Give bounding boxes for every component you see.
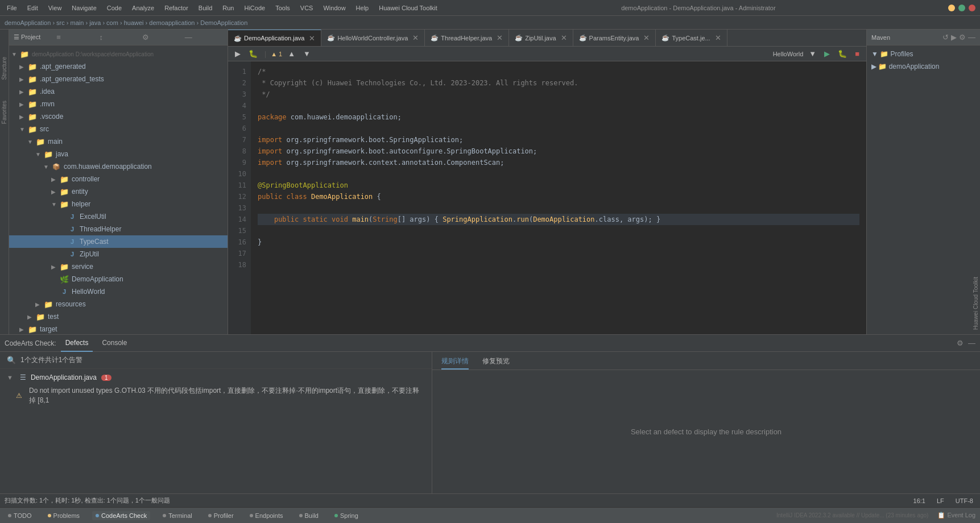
code-line-11[interactable]: @SpringBootApplication	[258, 180, 859, 191]
tab-close-ParamsEntity[interactable]: ✕	[643, 34, 650, 42]
taskbar-codearts[interactable]: CodeArts Check	[92, 511, 150, 520]
menu-item-hicode[interactable]: HiCode	[242, 3, 267, 13]
code-line-1[interactable]: /*	[258, 66, 859, 77]
code-content[interactable]: /* * Copyright (c) Huawei Technologies C…	[251, 61, 866, 334]
menu-item-refactor[interactable]: Refactor	[162, 3, 191, 13]
tab-HelloWorldController[interactable]: ☕HelloWorldController.java✕	[321, 30, 425, 47]
code-line-13[interactable]	[258, 202, 859, 214]
tab-DemoApplication[interactable]: ☕DemoApplication.java✕	[228, 30, 321, 47]
menu-item-huaweicloudtoolkit[interactable]: Huawei Cloud Toolkit	[377, 3, 440, 13]
menu-item-code[interactable]: Code	[105, 3, 124, 13]
tab-ThreadHelper[interactable]: ☕ThreadHelper.java✕	[425, 30, 509, 47]
code-line-18[interactable]	[258, 259, 859, 271]
code-line-15[interactable]	[258, 225, 859, 236]
favorites-label[interactable]: Favorites	[0, 96, 9, 128]
tab-console[interactable]: Console	[97, 335, 131, 352]
panel-collapse-btn[interactable]: ↕	[99, 33, 137, 41]
menu-item-file[interactable]: File	[5, 3, 19, 13]
tree-item-java[interactable]: ▼📁java	[9, 148, 228, 160]
huawei-cloud-label[interactable]: Huawei Cloud Toolkit	[971, 272, 980, 334]
menu-item-build[interactable]: Build	[196, 3, 214, 13]
toolbar-nav-up[interactable]: ▲	[286, 48, 297, 59]
tab-defects[interactable]: Defects	[61, 335, 93, 352]
panel-sync-btn[interactable]: ≡	[56, 33, 94, 41]
code-line-5[interactable]: package com.huawei.demoapplication;	[258, 111, 859, 123]
intellij-update-notice[interactable]: IntelliJ IDEA 2022.3.2 available // Upda…	[776, 512, 928, 518]
code-line-2[interactable]: * Copyright (c) Huawei Technologies Co.,…	[258, 77, 859, 89]
taskbar-profiler[interactable]: Profiler	[205, 511, 237, 520]
code-line-14[interactable]: public static void main(String[] args) {…	[258, 214, 859, 225]
line-ending-indicator[interactable]: LF	[934, 496, 946, 505]
tree-item-test[interactable]: ▶📁test	[9, 310, 228, 323]
toolbar-debug-btn[interactable]: 🐛	[246, 48, 260, 59]
tree-item-mvn[interactable]: ▶📁.mvn	[9, 98, 228, 110]
detail-tab-preview[interactable]: 修复预览	[482, 354, 510, 370]
menu-item-run[interactable]: Run	[220, 3, 236, 13]
tab-ZipUtil[interactable]: ☕ZipUtil.java✕	[509, 30, 573, 47]
maven-item-demoApplication[interactable]: ▶ 📁 demoApplication	[867, 60, 980, 73]
tree-item-ThreadHelper[interactable]: JThreadHelper	[9, 223, 228, 235]
taskbar-endpoints[interactable]: Endpoints	[246, 511, 287, 520]
tab-close-ZipUtil[interactable]: ✕	[561, 34, 567, 42]
maximize-btn[interactable]	[958, 5, 965, 11]
tree-item-HelloWorld[interactable]: JHelloWorld	[9, 285, 228, 298]
taskbar-build[interactable]: Build	[296, 511, 322, 520]
maven-hide-btn[interactable]: —	[968, 33, 975, 41]
tab-close-DemoApplication[interactable]: ✕	[309, 34, 315, 43]
code-line-7[interactable]: import org.springframework.boot.SpringAp…	[258, 134, 859, 146]
code-line-10[interactable]	[258, 168, 859, 180]
bottom-settings-btn[interactable]: ⚙	[957, 339, 964, 347]
event-log-btn[interactable]: 📋 Event Log	[937, 512, 975, 519]
run-btn[interactable]: ▶	[822, 48, 832, 59]
menu-item-navigate[interactable]: Navigate	[69, 3, 98, 13]
menu-item-vcs[interactable]: VCS	[298, 3, 316, 13]
tree-item-src[interactable]: ▼📁src	[9, 123, 228, 135]
code-line-9[interactable]: import org.springframework.context.annot…	[258, 157, 859, 168]
menu-item-tools[interactable]: Tools	[273, 3, 292, 13]
menu-bar[interactable]: FileEditViewNavigateCodeAnalyzeRefactorB…	[5, 3, 440, 13]
tree-item-controller[interactable]: ▶📁controller	[9, 173, 228, 185]
panel-hide-btn[interactable]: —	[185, 33, 223, 41]
tree-item-apt_generated_tests[interactable]: ▶📁.apt_generated_tests	[9, 73, 228, 85]
tab-close-HelloWorldController[interactable]: ✕	[412, 34, 419, 42]
stop-btn[interactable]: ■	[853, 48, 862, 59]
tree-item-TypeCast[interactable]: JTypeCast	[9, 235, 228, 248]
maven-run-btn[interactable]: ▶	[951, 33, 957, 41]
bottom-hide-btn[interactable]: —	[968, 339, 975, 347]
position-indicator[interactable]: 16:1	[911, 496, 928, 505]
menu-item-analyze[interactable]: Analyze	[130, 3, 156, 13]
tab-ParamsEntity[interactable]: ☕ParamsEntity.java✕	[573, 30, 656, 47]
detail-tab-rule[interactable]: 规则详情	[441, 354, 469, 370]
code-editor[interactable]: 123456789101112131415161718 /* * Copyrig…	[228, 61, 866, 334]
code-line-4[interactable]	[258, 100, 859, 111]
taskbar-terminal[interactable]: Terminal	[159, 511, 196, 520]
run-config-dropdown[interactable]: ▼	[807, 48, 818, 59]
toolbar-run-btn[interactable]: ▶	[233, 48, 243, 59]
minimize-btn[interactable]	[948, 5, 955, 11]
maven-refresh-btn[interactable]: ↺	[942, 33, 949, 41]
tree-item-apt_generated[interactable]: ▶📁.apt_generated	[9, 60, 228, 73]
tree-item-ZipUtil[interactable]: JZipUtil	[9, 248, 228, 260]
tree-item-demoApplication[interactable]: ▼📁demoApplication D:\workspace\demoAppli…	[9, 48, 228, 60]
close-btn[interactable]	[969, 5, 975, 11]
taskbar-spring[interactable]: Spring	[331, 511, 362, 520]
tree-item-DemoApplication[interactable]: 🌿DemoApplication	[9, 273, 228, 285]
menu-item-help[interactable]: Help	[354, 3, 371, 13]
panel-settings-btn[interactable]: ⚙	[142, 33, 180, 41]
charset-indicator[interactable]: UTF-8	[953, 496, 975, 505]
taskbar-todo[interactable]: TODO	[5, 511, 35, 520]
tree-item-com.huawei[interactable]: ▼📦com.huawei.demoapplication	[9, 160, 228, 173]
code-line-12[interactable]: public class DemoApplication {	[258, 191, 859, 202]
tree-item-vscode[interactable]: ▶📁.vscode	[9, 110, 228, 123]
maven-item-Profiles[interactable]: ▼ 📁 Profiles	[867, 48, 980, 60]
tree-item-resources[interactable]: ▶📁resources	[9, 298, 228, 310]
window-controls[interactable]	[948, 5, 975, 11]
tree-item-service[interactable]: ▶📁service	[9, 260, 228, 273]
tree-item-helper[interactable]: ▼📁helper	[9, 198, 228, 210]
code-line-16[interactable]: }	[258, 236, 859, 248]
tab-close-TypeCast[interactable]: ✕	[715, 34, 721, 42]
debug-btn[interactable]: 🐛	[836, 48, 849, 59]
defect-file-row[interactable]: ▼ ☰ DemoApplication.java 1	[0, 371, 432, 384]
tree-item-target[interactable]: ▶📁target	[9, 323, 228, 334]
tree-item-main[interactable]: ▼📁main	[9, 135, 228, 148]
